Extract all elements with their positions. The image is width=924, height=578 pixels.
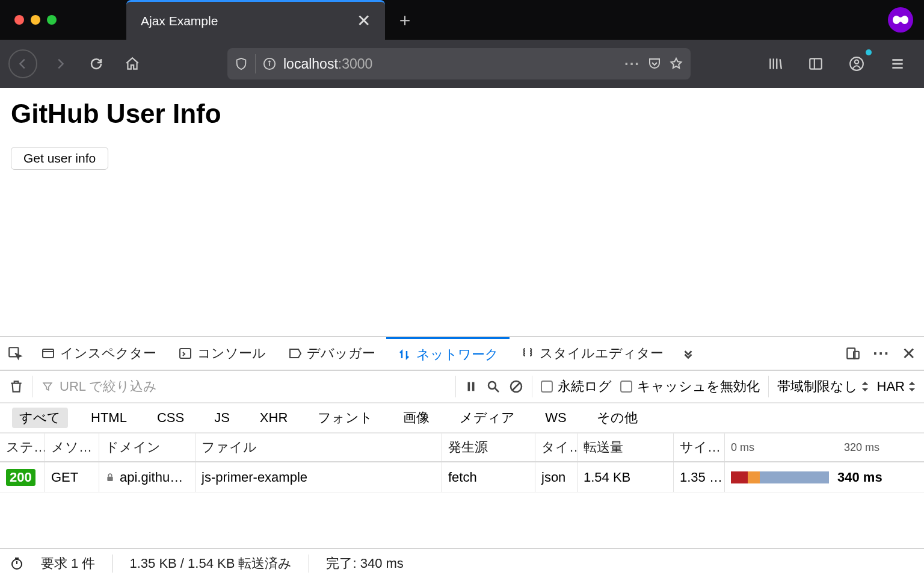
svg-line-23: [495, 388, 499, 392]
col-transferred[interactable]: 転送量: [578, 434, 674, 461]
url-filter-input[interactable]: URL で絞り込み: [42, 378, 447, 396]
svg-line-6: [780, 59, 781, 69]
cell-file: js-primer-example: [196, 462, 442, 492]
col-file[interactable]: ファイル: [196, 434, 442, 461]
tab-title: Ajax Example: [141, 14, 218, 28]
disable-cache-checkbox[interactable]: キャッシュを無効化: [620, 378, 760, 396]
shield-icon: [235, 57, 248, 71]
devtools-panel: インスペクター コンソール デバッガー ネットワーク スタイルエディター ···…: [0, 336, 924, 578]
new-tab-button[interactable]: ＋: [385, 0, 425, 40]
separator: [532, 376, 532, 397]
close-window-button[interactable]: [14, 15, 24, 25]
cell-status: 200: [0, 462, 45, 492]
cell-initiator: fetch: [442, 462, 535, 492]
svg-rect-20: [467, 382, 470, 391]
col-waterfall[interactable]: 0 ms 320 ms: [725, 434, 924, 461]
filter-xhr[interactable]: XHR: [253, 409, 295, 427]
filter-ws[interactable]: WS: [538, 409, 573, 427]
col-status[interactable]: ステ…: [0, 434, 45, 461]
pocket-icon[interactable]: [647, 57, 662, 71]
separator: [768, 376, 769, 397]
wf-time: 340 ms: [837, 470, 882, 485]
tab-inspector[interactable]: インスペクター: [30, 337, 167, 370]
trash-icon[interactable]: [8, 379, 24, 394]
get-user-info-button[interactable]: Get user info: [11, 147, 108, 170]
more-tabs-button[interactable]: [674, 337, 702, 370]
har-label: HAR: [877, 379, 905, 394]
window-controls: [0, 0, 126, 40]
devtools-menu-icon[interactable]: ···: [873, 344, 890, 363]
har-menu[interactable]: HAR: [877, 379, 916, 394]
hamburger-menu-icon[interactable]: [884, 51, 911, 77]
close-tab-button[interactable]: ✕: [357, 11, 371, 31]
col-initiator[interactable]: 発生源: [442, 434, 535, 461]
col-domain[interactable]: ドメイン: [99, 434, 196, 461]
site-info-icon[interactable]: [263, 57, 276, 70]
search-icon[interactable]: [486, 379, 500, 394]
bookmark-star-icon[interactable]: [669, 57, 683, 71]
responsive-design-icon[interactable]: [845, 346, 861, 361]
back-button[interactable]: [8, 49, 37, 78]
tab-style-editor[interactable]: スタイルエディター: [510, 337, 674, 370]
block-icon[interactable]: [509, 379, 523, 394]
account-icon[interactable]: [843, 51, 870, 77]
url-text: localhost:3000: [283, 56, 617, 72]
cell-method: GET: [45, 462, 99, 492]
throttling-select[interactable]: 帯域制限なし: [777, 378, 869, 396]
tab-network-label: ネットワーク: [416, 346, 499, 364]
minimize-window-button[interactable]: [31, 15, 40, 25]
maximize-window-button[interactable]: [47, 15, 57, 25]
domain-text: api.githu…: [120, 470, 183, 485]
tab-debugger[interactable]: デバッガー: [277, 337, 386, 370]
waterfall-mid: 320 ms: [844, 441, 879, 454]
network-filter-bar: すべて HTML CSS JS XHR フォント 画像 メディア WS その他: [0, 403, 924, 434]
page-content: GitHub User Info Get user info: [0, 88, 924, 336]
wf-segment-blocked: [731, 471, 748, 483]
devtools-close-icon[interactable]: ✕: [902, 344, 916, 364]
filter-other[interactable]: その他: [590, 408, 645, 428]
svg-rect-26: [107, 476, 112, 480]
col-size[interactable]: サイ…: [674, 434, 725, 461]
url-bar[interactable]: localhost:3000 ···: [227, 48, 691, 79]
lock-icon: [105, 472, 115, 483]
persist-log-label: 永続ログ: [558, 378, 612, 396]
home-button[interactable]: [119, 51, 146, 77]
reload-button[interactable]: [83, 51, 109, 77]
library-icon[interactable]: [762, 51, 788, 77]
separator: [255, 54, 256, 73]
tab-style-editor-label: スタイルエディター: [540, 344, 664, 362]
status-badge: 200: [6, 469, 35, 486]
page-actions-icon[interactable]: ···: [624, 55, 640, 72]
pause-recording-button[interactable]: [464, 380, 478, 393]
tab-network[interactable]: ネットワーク: [386, 337, 510, 370]
col-type[interactable]: タイ…: [535, 434, 578, 461]
tab-debugger-label: デバッガー: [307, 344, 375, 362]
sidebar-icon[interactable]: [802, 51, 829, 77]
devtools-tabbar: インスペクター コンソール デバッガー ネットワーク スタイルエディター ···…: [0, 337, 924, 371]
browser-tab-active[interactable]: Ajax Example ✕: [126, 0, 385, 40]
filter-all[interactable]: すべて: [12, 408, 68, 428]
titlebar: Ajax Example ✕ ＋: [0, 0, 924, 40]
summary-finish: 完了: 340 ms: [326, 555, 403, 573]
element-picker-button[interactable]: [0, 337, 30, 370]
tab-console[interactable]: コンソール: [167, 337, 277, 370]
cell-domain: api.githu…: [99, 462, 196, 492]
stopwatch-icon[interactable]: [10, 556, 24, 571]
forward-button[interactable]: [47, 51, 73, 77]
filter-html[interactable]: HTML: [84, 409, 134, 427]
col-method[interactable]: メソ…: [45, 434, 99, 461]
filter-css[interactable]: CSS: [150, 409, 191, 427]
page-heading: GitHub User Info: [11, 99, 913, 129]
svg-rect-21: [472, 382, 474, 391]
disable-cache-label: キャッシュを無効化: [637, 378, 760, 396]
filter-media[interactable]: メディア: [452, 408, 522, 428]
persist-log-checkbox[interactable]: 永続ログ: [541, 378, 612, 396]
filter-fonts[interactable]: フォント: [310, 408, 380, 428]
private-browsing-icon: [888, 7, 913, 33]
wf-segment-receive: [760, 471, 829, 483]
filter-js[interactable]: JS: [207, 409, 237, 427]
network-request-row[interactable]: 200 GET api.githu… js-primer-example fet…: [0, 462, 924, 493]
filter-images[interactable]: 画像: [396, 408, 437, 428]
separator: [455, 376, 456, 397]
waterfall-start: 0 ms: [731, 441, 754, 454]
